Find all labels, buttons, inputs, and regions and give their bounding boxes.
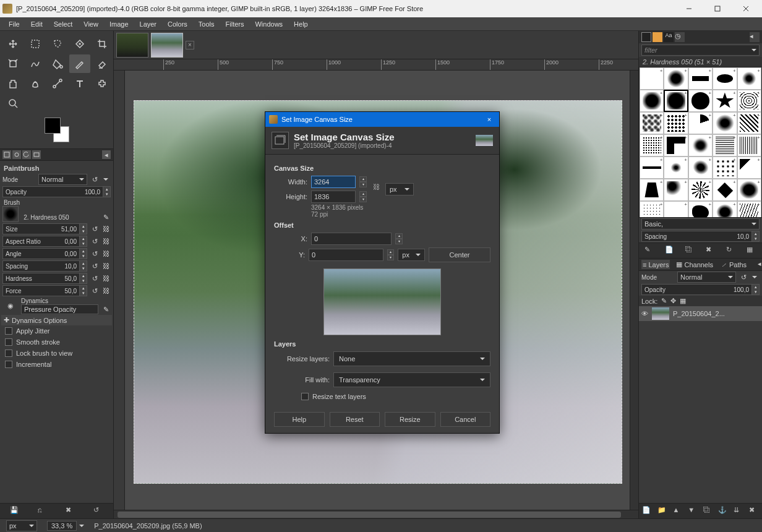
- open-as-image-icon[interactable]: ▦: [747, 246, 756, 255]
- brush-cell[interactable]: +: [640, 67, 664, 90]
- move-tool[interactable]: [2, 35, 24, 53]
- smooth-stroke-checkbox[interactable]: [5, 338, 12, 346]
- brush-cell[interactable]: +: [737, 157, 761, 179]
- mode-menu-icon[interactable]: [101, 174, 111, 184]
- raise-layer-icon[interactable]: ▲: [673, 506, 683, 516]
- menu-tools[interactable]: Tools: [194, 19, 220, 29]
- merge-down-icon[interactable]: ⇊: [734, 506, 743, 516]
- mode-reset-icon[interactable]: ↺: [90, 174, 100, 184]
- layer-mode-dropdown[interactable]: Normal: [677, 272, 736, 283]
- delete-options-icon[interactable]: ✖: [66, 506, 75, 516]
- bucket-fill-tool[interactable]: [47, 54, 68, 73]
- new-brush-icon[interactable]: 📄: [665, 246, 675, 255]
- aspect-reset-icon[interactable]: ↺: [90, 236, 100, 246]
- brush-cell[interactable]: +: [664, 201, 688, 218]
- restore-options-icon[interactable]: ⎌: [38, 506, 48, 516]
- brush-cell[interactable]: +: [664, 134, 688, 157]
- brush-preview-icon[interactable]: [2, 206, 19, 222]
- brush-cell[interactable]: +: [713, 179, 737, 201]
- reset-button[interactable]: Reset: [330, 412, 380, 427]
- brush-cell[interactable]: +: [713, 112, 737, 134]
- angle-link-icon[interactable]: ⛓: [101, 249, 111, 259]
- tool-options-tab[interactable]: [2, 150, 11, 159]
- incremental-checkbox[interactable]: [5, 361, 12, 368]
- brush-cell[interactable]: +: [737, 112, 761, 134]
- menu-filters[interactable]: Filters: [221, 19, 249, 29]
- size-unit-dropdown[interactable]: px: [385, 183, 414, 195]
- unit-dropdown[interactable]: px: [6, 520, 37, 531]
- brush-cell[interactable]: +: [640, 134, 664, 157]
- brush-cell[interactable]: +: [713, 90, 737, 112]
- aspect-link-icon[interactable]: ⛓: [101, 236, 111, 246]
- height-input[interactable]: 1836: [311, 191, 356, 203]
- close-tab-icon[interactable]: ×: [186, 41, 194, 49]
- menu-layer[interactable]: Layer: [135, 19, 162, 29]
- clone-tool[interactable]: [2, 74, 24, 93]
- lock-brush-checkbox[interactable]: [5, 350, 12, 357]
- scrollbar-horizontal[interactable]: [114, 510, 638, 518]
- spacing-link-icon[interactable]: ⛓: [101, 261, 111, 271]
- brush-cell[interactable]: +: [688, 157, 713, 179]
- force-field[interactable]: Force50,0▴▾: [2, 285, 87, 296]
- brush-cell[interactable]: +: [640, 90, 664, 112]
- lock-alpha-icon[interactable]: ▦: [680, 297, 686, 305]
- chain-link-icon[interactable]: ⛓: [370, 174, 382, 199]
- brush-cell[interactable]: +: [664, 67, 688, 90]
- zoom-tool[interactable]: [2, 94, 24, 113]
- brushes-menu-icon[interactable]: ◂: [750, 32, 760, 42]
- brush-cell[interactable]: +: [664, 157, 688, 179]
- x-input[interactable]: 0: [311, 233, 392, 245]
- brushes-tab-icon[interactable]: [641, 32, 651, 42]
- resize-text-checkbox[interactable]: [301, 393, 309, 400]
- brush-cell[interactable]: +: [713, 201, 737, 218]
- layer-thumbnail[interactable]: [652, 307, 669, 320]
- lower-layer-icon[interactable]: ▼: [688, 506, 698, 516]
- y-spinner[interactable]: ▴▾: [387, 249, 394, 260]
- menu-colors[interactable]: Colors: [163, 19, 192, 29]
- hardness-field[interactable]: Hardness50,0▴▾: [2, 273, 87, 284]
- brush-cell[interactable]: +: [640, 201, 664, 218]
- dock-menu-icon[interactable]: ◂: [102, 150, 111, 159]
- tab-channels[interactable]: ▦Channels: [675, 260, 714, 269]
- dialog-titlebar[interactable]: Set Image Canvas Size ×: [265, 112, 499, 127]
- hardness-reset-icon[interactable]: ↺: [90, 273, 100, 283]
- resize-button[interactable]: Resize: [385, 412, 435, 427]
- menu-windows[interactable]: Windows: [250, 19, 288, 29]
- layer-opacity-field[interactable]: Opacity100,0▴▾: [641, 284, 760, 295]
- rect-select-tool[interactable]: [25, 35, 46, 53]
- free-select-tool[interactable]: [47, 35, 68, 53]
- width-spinner[interactable]: ▴▾: [359, 176, 367, 187]
- size-reset-icon[interactable]: ↺: [90, 224, 100, 234]
- layer-row[interactable]: 👁 P_20150604_2...: [639, 306, 762, 321]
- brush-cell[interactable]: +: [664, 90, 688, 112]
- force-link-icon[interactable]: ⛓: [101, 286, 111, 296]
- undo-history-tab[interactable]: [22, 150, 31, 159]
- spacing-reset-icon[interactable]: ↺: [90, 261, 100, 271]
- images-tab[interactable]: [32, 150, 41, 159]
- dynamics-dropdown[interactable]: Pressure Opacity: [21, 304, 98, 314]
- fonts-tab-icon[interactable]: Aa: [664, 32, 674, 42]
- height-spinner[interactable]: ▴▾: [359, 191, 367, 202]
- brush-cell[interactable]: +: [688, 201, 713, 218]
- brush-cell[interactable]: +: [713, 134, 737, 157]
- force-reset-icon[interactable]: ↺: [90, 286, 100, 296]
- dynamics-options-expander[interactable]: ✚Dynamics Options: [1, 315, 112, 325]
- brush-cell[interactable]: +: [640, 112, 664, 134]
- opacity-slider[interactable]: Opacity100,0▴▾: [2, 186, 111, 197]
- crop-tool[interactable]: [92, 35, 113, 53]
- path-tool[interactable]: [47, 74, 68, 93]
- brush-cell[interactable]: +: [737, 90, 761, 112]
- brush-cell[interactable]: +: [688, 90, 713, 112]
- close-button[interactable]: [732, 0, 760, 17]
- brush-cell[interactable]: +: [737, 201, 761, 218]
- dynamics-edit-icon[interactable]: ✎: [101, 304, 111, 314]
- help-button[interactable]: Help: [274, 412, 325, 427]
- delete-brush-icon[interactable]: ✖: [706, 246, 716, 255]
- layer-name[interactable]: P_20150604_2...: [673, 310, 725, 317]
- fg-bg-color-swatch[interactable]: [45, 118, 69, 142]
- patterns-tab-icon[interactable]: [653, 32, 662, 42]
- width-input[interactable]: 3264: [311, 176, 356, 188]
- scrollbar-vertical[interactable]: [630, 71, 638, 510]
- transform-tool[interactable]: [2, 54, 24, 73]
- save-options-icon[interactable]: 💾: [10, 506, 20, 516]
